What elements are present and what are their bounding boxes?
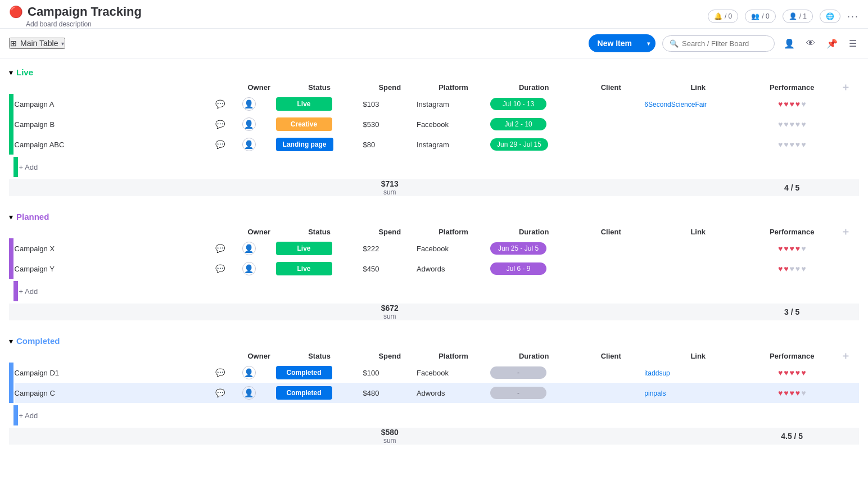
chat-icon[interactable]: 💬: [215, 264, 225, 273]
eye-button[interactable]: 👁: [804, 36, 817, 51]
group-toggle-live[interactable]: ▾: [9, 68, 13, 77]
status-badge[interactable]: Live: [276, 242, 332, 255]
new-item-button[interactable]: New Item ▾: [589, 34, 655, 52]
search-input[interactable]: [682, 39, 761, 48]
link-value[interactable]: pinpals: [644, 390, 666, 397]
status-badge[interactable]: Creative: [276, 117, 332, 131]
status-badge[interactable]: Live: [276, 262, 332, 275]
link-cell[interactable]: [644, 238, 752, 259]
chat-cell[interactable]: 💬: [215, 363, 242, 383]
chat-icon[interactable]: 💬: [215, 388, 225, 397]
users-button[interactable]: 👤 / 1: [783, 10, 813, 23]
group-title-completed[interactable]: Completed: [16, 336, 60, 346]
add-item-label[interactable]: + Add: [15, 155, 859, 179]
status-cell[interactable]: Creative: [276, 114, 363, 134]
duration-badge[interactable]: Jun 29 - Jul 15: [490, 138, 548, 151]
chat-cell[interactable]: 💬: [215, 94, 242, 114]
search-box[interactable]: 🔍: [662, 35, 775, 52]
duration-badge[interactable]: -: [490, 387, 546, 399]
duration-cell[interactable]: -: [490, 383, 577, 403]
owner-cell[interactable]: 👤: [242, 134, 276, 155]
status-cell[interactable]: Live: [276, 259, 363, 279]
owner-cell[interactable]: 👤: [242, 238, 276, 259]
chat-cell[interactable]: 💬: [215, 383, 242, 403]
hearts-display: ♥♥♥♥♥: [752, 388, 832, 397]
person-filter-button[interactable]: 👤: [781, 36, 797, 51]
main-table-button[interactable]: ⊞ Main Table ▾: [9, 38, 65, 49]
col-add-header[interactable]: ＋: [832, 349, 859, 363]
duration-badge[interactable]: -: [490, 366, 546, 379]
avatar[interactable]: 👤: [242, 262, 256, 275]
notifications-button[interactable]: 🔔 / 0: [708, 10, 738, 23]
status-cell[interactable]: Landing page: [276, 134, 363, 155]
avatar[interactable]: 👤: [242, 117, 256, 131]
duration-badge[interactable]: Jun 25 - Jul 5: [490, 242, 546, 255]
status-cell[interactable]: Live: [276, 94, 363, 114]
link-cell[interactable]: [644, 114, 752, 134]
status-badge[interactable]: Landing page: [276, 138, 333, 151]
more-options-button[interactable]: ···: [847, 11, 859, 22]
invite-button[interactable]: 🌐: [820, 10, 840, 23]
status-cell[interactable]: Completed: [276, 383, 363, 403]
duration-badge[interactable]: Jul 2 - 10: [490, 118, 546, 130]
filter-button[interactable]: ☰: [847, 36, 859, 51]
owner-cell[interactable]: 👤: [242, 363, 276, 383]
avatar[interactable]: 👤: [242, 366, 256, 379]
link-value[interactable]: 6SecondScienceFair: [644, 101, 707, 108]
chat-icon[interactable]: 💬: [215, 140, 225, 149]
status-badge[interactable]: Completed: [276, 386, 332, 400]
avatar[interactable]: 👤: [242, 97, 256, 111]
owner-cell[interactable]: 👤: [242, 259, 276, 279]
new-item-dropdown-arrow[interactable]: ▾: [641, 36, 655, 51]
owner-cell[interactable]: 👤: [242, 114, 276, 134]
owner-cell[interactable]: 👤: [242, 383, 276, 403]
add-item-row[interactable]: + Add: [9, 279, 859, 304]
duration-cell[interactable]: Jul 10 - 13: [490, 94, 577, 114]
duration-cell[interactable]: Jun 29 - Jul 15: [490, 134, 577, 155]
chat-cell[interactable]: 💬: [215, 134, 242, 155]
add-item-label[interactable]: + Add: [15, 279, 859, 304]
group-toggle-completed[interactable]: ▾: [9, 337, 13, 346]
avatar[interactable]: 👤: [242, 386, 256, 400]
link-value[interactable]: itaddsup: [644, 369, 670, 377]
add-item-row[interactable]: + Add: [9, 155, 859, 179]
status-badge[interactable]: Live: [276, 97, 332, 111]
group-toggle-planned[interactable]: ▾: [9, 212, 13, 221]
add-column-button[interactable]: ＋: [840, 80, 851, 94]
duration-badge[interactable]: Jul 10 - 13: [490, 98, 546, 110]
duration-cell[interactable]: -: [490, 363, 577, 383]
chat-icon[interactable]: 💬: [215, 120, 225, 129]
status-cell[interactable]: Completed: [276, 363, 363, 383]
status-badge[interactable]: Completed: [276, 366, 332, 379]
chat-cell[interactable]: 💬: [215, 259, 242, 279]
group-title-planned[interactable]: Planned: [16, 212, 49, 221]
group-title-live[interactable]: Live: [16, 67, 33, 77]
avatar[interactable]: 👤: [242, 138, 256, 151]
col-add-header[interactable]: ＋: [832, 80, 859, 94]
chat-cell[interactable]: 💬: [215, 114, 242, 134]
duration-cell[interactable]: Jun 25 - Jul 5: [490, 238, 577, 259]
add-item-row[interactable]: + Add: [9, 403, 859, 428]
link-cell[interactable]: [644, 134, 752, 155]
chat-icon[interactable]: 💬: [215, 99, 225, 108]
share-button[interactable]: 👥 / 0: [745, 10, 775, 23]
duration-badge[interactable]: Jul 6 - 9: [490, 262, 546, 275]
link-cell[interactable]: pinpals: [644, 383, 752, 403]
duration-cell[interactable]: Jul 2 - 10: [490, 114, 577, 134]
link-cell[interactable]: itaddsup: [644, 363, 752, 383]
owner-cell[interactable]: 👤: [242, 94, 276, 114]
duration-cell[interactable]: Jul 6 - 9: [490, 259, 577, 279]
status-cell[interactable]: Live: [276, 238, 363, 259]
link-cell[interactable]: [644, 259, 752, 279]
add-column-button[interactable]: ＋: [840, 225, 851, 238]
col-add-header[interactable]: ＋: [832, 225, 859, 238]
add-column-button[interactable]: ＋: [840, 349, 851, 363]
chat-icon[interactable]: 💬: [215, 244, 225, 253]
board-description[interactable]: Add board description: [26, 20, 142, 28]
chat-icon[interactable]: 💬: [215, 368, 225, 377]
add-item-label[interactable]: + Add: [15, 403, 859, 428]
pin-button[interactable]: 📌: [824, 36, 840, 51]
avatar[interactable]: 👤: [242, 242, 256, 255]
chat-cell[interactable]: 💬: [215, 238, 242, 259]
link-cell[interactable]: 6SecondScienceFair: [644, 94, 752, 114]
